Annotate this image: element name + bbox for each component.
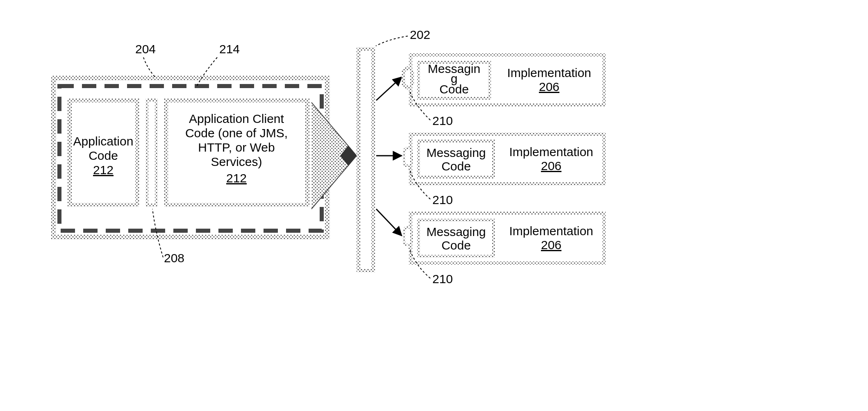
svg-text:204: 204 xyxy=(135,42,156,56)
impl-bot-label: Implementation xyxy=(509,224,593,238)
app-code-ref: 212 xyxy=(93,163,114,177)
svg-text:210: 210 xyxy=(432,193,453,207)
impl-top-ref: 206 xyxy=(539,80,559,93)
ref-202: 202 xyxy=(376,28,430,46)
svg-text:210: 210 xyxy=(432,114,453,127)
impl-bot-ref: 206 xyxy=(541,238,561,252)
impl-block-top: Messagin g Code Implementation 206 xyxy=(403,53,606,107)
msg-bot-l2: Code xyxy=(441,238,471,252)
application-code-box: Application Code 212 xyxy=(68,98,139,207)
svg-rect-8 xyxy=(148,102,155,204)
svg-rect-39 xyxy=(405,228,410,244)
client-l3: HTTP, or Web xyxy=(198,141,275,154)
svg-text:208: 208 xyxy=(164,251,184,265)
svg-text:214: 214 xyxy=(219,42,240,56)
impl-mid-label: Implementation xyxy=(509,145,593,159)
impl-mid-ref: 206 xyxy=(541,159,561,173)
svg-line-19 xyxy=(376,209,402,236)
client-ref: 212 xyxy=(226,171,247,185)
svg-rect-25 xyxy=(405,70,410,86)
svg-text:202: 202 xyxy=(410,28,430,41)
bus-arrow-bot xyxy=(376,209,402,236)
client-code-box: Application Client Code (one of JMS, HTT… xyxy=(164,98,309,207)
msg-mid-l1: Messaging xyxy=(426,146,486,159)
app-code-line2: Code xyxy=(89,149,118,162)
client-l2: Code (one of JMS, xyxy=(185,126,288,140)
impl-block-bot: Messaging Code Implementation 206 xyxy=(403,211,606,265)
client-l4: Services) xyxy=(211,155,262,168)
impl-top-label: Implementation xyxy=(507,66,591,79)
bus-202 xyxy=(357,47,375,272)
client-l1: Application Client xyxy=(189,112,284,125)
msg-mid-l2: Code xyxy=(441,159,471,173)
ref-204: 204 xyxy=(135,42,156,78)
svg-line-17 xyxy=(376,77,402,100)
msg-top-l3: Code xyxy=(439,82,469,96)
svg-text:210: 210 xyxy=(432,272,453,286)
bus-arrow-top xyxy=(376,77,402,100)
divider-208 xyxy=(145,98,158,207)
app-code-line1: Application xyxy=(73,134,134,148)
svg-rect-15 xyxy=(360,51,371,269)
fan-connector xyxy=(311,102,357,209)
msg-bot-l1: Messaging xyxy=(426,225,486,238)
impl-block-mid: Messaging Code Implementation 206 xyxy=(403,132,606,186)
svg-rect-32 xyxy=(405,149,410,165)
